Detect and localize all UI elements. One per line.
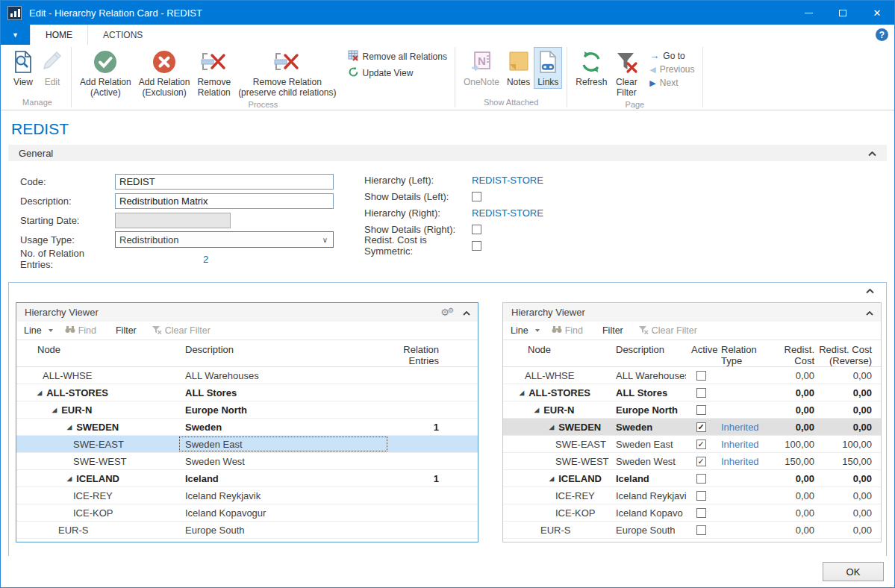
table-row[interactable]: EUR-SEurope South0,000,00 bbox=[503, 522, 881, 539]
viewers-fasttab-header[interactable] bbox=[9, 283, 886, 298]
active-checkbox[interactable] bbox=[696, 405, 706, 415]
table-row[interactable]: ◢ICELANDIceland0,000,00 bbox=[503, 470, 881, 487]
description-cell[interactable]: Sweden West bbox=[178, 453, 388, 469]
table-row[interactable]: SWE-EASTSweden East bbox=[16, 436, 478, 453]
links-button[interactable]: Links bbox=[534, 47, 562, 89]
table-row[interactable]: SWE-WESTSweden West bbox=[16, 453, 478, 470]
active-checkbox[interactable] bbox=[696, 388, 706, 398]
table-row[interactable]: EUR-SEurope South bbox=[16, 522, 478, 539]
table-row[interactable]: ALL-WHSEALL Warehouses0,000,00 bbox=[503, 367, 881, 384]
column-header-node[interactable]: Node bbox=[16, 344, 178, 355]
description-cell[interactable]: Sweden East bbox=[178, 436, 388, 452]
column-header-redist-cost[interactable]: Redist. Cost bbox=[774, 344, 817, 366]
maximize-button[interactable] bbox=[826, 1, 860, 25]
add-relation-exclusion-button[interactable]: Add Relation (Exclusion) bbox=[135, 47, 194, 100]
update-view-button[interactable]: Update View bbox=[348, 66, 447, 80]
table-row[interactable]: ◢ALL-STORESALL Stores0,000,00 bbox=[503, 384, 881, 401]
description-input[interactable]: Redistribution Matrix bbox=[115, 193, 334, 209]
column-header-active[interactable]: Active bbox=[686, 344, 716, 355]
relation-entries-value[interactable]: 2 bbox=[203, 254, 208, 265]
remove-all-relations-button[interactable]: Remove all Relations bbox=[348, 50, 447, 63]
right-panel-header[interactable]: Hierarchy Viewer bbox=[503, 303, 881, 322]
usage-type-select[interactable]: Redistribution ∨ bbox=[115, 231, 334, 248]
symmetric-checkbox[interactable] bbox=[472, 241, 481, 251]
tab-actions[interactable]: ACTIONS bbox=[88, 25, 158, 45]
column-header-redist-cost-reverse[interactable]: Redist. Cost (Reverse) bbox=[817, 344, 881, 366]
active-checkbox[interactable] bbox=[696, 508, 706, 518]
goto-button[interactable]: → Go to bbox=[649, 50, 694, 61]
description-cell[interactable]: Iceland bbox=[178, 470, 388, 487]
next-button[interactable]: ▶ Next bbox=[649, 78, 694, 88]
view-button[interactable]: View bbox=[8, 47, 38, 89]
description-cell[interactable]: Europe North bbox=[178, 401, 388, 418]
description-cell[interactable]: Iceland Kopavogur bbox=[178, 504, 388, 521]
left-panel-header[interactable]: Hierarchy Viewer ⚙⚙ bbox=[16, 303, 478, 322]
collapse-chevron-icon[interactable] bbox=[866, 307, 873, 318]
column-header-relation-type[interactable]: Relation Type bbox=[716, 344, 774, 366]
description-cell[interactable]: ALL Stores bbox=[178, 384, 388, 401]
collapse-chevron-icon[interactable] bbox=[866, 284, 874, 297]
clear-filter-button[interactable]: Clear Filter bbox=[152, 325, 211, 337]
remove-relation-button[interactable]: Remove Relation bbox=[193, 47, 234, 100]
table-row[interactable]: ◢ALL-STORESALL Stores bbox=[16, 384, 478, 401]
table-row[interactable]: ICE-KOPIceland Kopavogur bbox=[16, 504, 478, 522]
expander-icon[interactable]: ◢ bbox=[549, 475, 554, 482]
active-checkbox[interactable]: ✓ bbox=[696, 440, 706, 449]
show-details-right-checkbox[interactable] bbox=[472, 225, 481, 234]
table-row[interactable]: ◢EUR-NEurope North bbox=[16, 401, 478, 419]
expander-icon[interactable]: ◢ bbox=[52, 407, 57, 413]
ok-button[interactable]: OK bbox=[823, 562, 884, 581]
table-row[interactable]: ◢SWEDENSweden1 bbox=[16, 419, 478, 436]
minimize-button[interactable] bbox=[791, 1, 826, 25]
help-button[interactable]: ? bbox=[876, 28, 888, 41]
general-fasttab-header[interactable]: General bbox=[8, 145, 887, 161]
description-cell[interactable]: Iceland Reykjavik bbox=[178, 487, 388, 504]
table-row[interactable]: ICE-KOPIceland Kopavo0,000,00 bbox=[503, 504, 881, 522]
column-header-node[interactable]: Node bbox=[503, 344, 610, 355]
table-row[interactable]: ◢SWEDENSweden✓Inherited0,000,00 bbox=[503, 419, 881, 436]
clear-filter-button[interactable]: Clear Filter bbox=[638, 325, 697, 337]
application-menu-button[interactable]: ▼ bbox=[1, 25, 30, 45]
close-button[interactable]: ✕ bbox=[860, 1, 894, 25]
find-button[interactable]: Find bbox=[65, 325, 96, 336]
description-cell[interactable]: Europe South bbox=[178, 522, 388, 538]
expander-icon[interactable]: ◢ bbox=[534, 407, 539, 413]
show-details-left-checkbox[interactable] bbox=[472, 192, 481, 201]
expander-icon[interactable]: ◢ bbox=[37, 390, 42, 396]
line-menu-button[interactable]: Line bbox=[511, 325, 540, 336]
expander-icon[interactable]: ◢ bbox=[520, 390, 524, 396]
add-relation-active-button[interactable]: Add Relation (Active) bbox=[76, 47, 135, 100]
hierarchy-right-link[interactable]: REDIST-STORE bbox=[472, 207, 543, 219]
table-row[interactable]: SWE-EASTSweden East✓Inherited100,00100,0… bbox=[503, 436, 881, 453]
filter-button[interactable]: Filter bbox=[602, 325, 623, 336]
active-checkbox[interactable] bbox=[696, 525, 706, 535]
description-cell[interactable]: ALL Warehouses bbox=[178, 367, 388, 384]
expander-icon[interactable]: ◢ bbox=[549, 424, 554, 431]
description-cell[interactable]: Sweden bbox=[178, 419, 388, 435]
refresh-button[interactable]: Refresh bbox=[572, 47, 611, 89]
collapse-chevron-icon[interactable] bbox=[463, 307, 470, 318]
table-row[interactable]: ◢ICELANDIceland1 bbox=[16, 470, 478, 487]
collapse-chevron-icon[interactable] bbox=[868, 148, 876, 159]
active-checkbox[interactable] bbox=[696, 371, 706, 381]
notes-button[interactable]: Notes bbox=[503, 47, 534, 89]
filter-button[interactable]: Filter bbox=[116, 325, 137, 336]
line-menu-button[interactable]: Line bbox=[24, 325, 53, 336]
table-row[interactable]: SWE-WESTSweden West✓Inherited150,00150,0… bbox=[503, 453, 881, 470]
active-checkbox[interactable]: ✓ bbox=[696, 457, 706, 466]
tab-home[interactable]: HOME bbox=[30, 25, 88, 45]
gear-icon[interactable]: ⚙⚙ bbox=[440, 307, 452, 318]
code-input[interactable]: REDIST bbox=[115, 174, 334, 190]
expander-icon[interactable]: ◢ bbox=[67, 424, 72, 431]
column-header-description[interactable]: Description bbox=[178, 344, 388, 355]
hierarchy-left-link[interactable]: REDIST-STORE bbox=[472, 175, 543, 186]
table-row[interactable]: ◢EUR-NEurope North0,000,00 bbox=[503, 401, 881, 419]
starting-date-input[interactable] bbox=[115, 213, 231, 228]
active-checkbox[interactable] bbox=[696, 474, 706, 484]
remove-relation-preserve-button[interactable]: Remove Relation (preserve child relation… bbox=[234, 47, 340, 100]
table-row[interactable]: ICE-REYIceland Reykjavik0,000,00 bbox=[503, 487, 881, 504]
column-header-relation-entries[interactable]: Relation Entries bbox=[388, 344, 478, 366]
onenote-button[interactable]: N OneNote bbox=[460, 47, 503, 89]
column-header-description[interactable]: Description bbox=[610, 344, 686, 355]
previous-button[interactable]: ◀ Previous bbox=[649, 64, 694, 75]
